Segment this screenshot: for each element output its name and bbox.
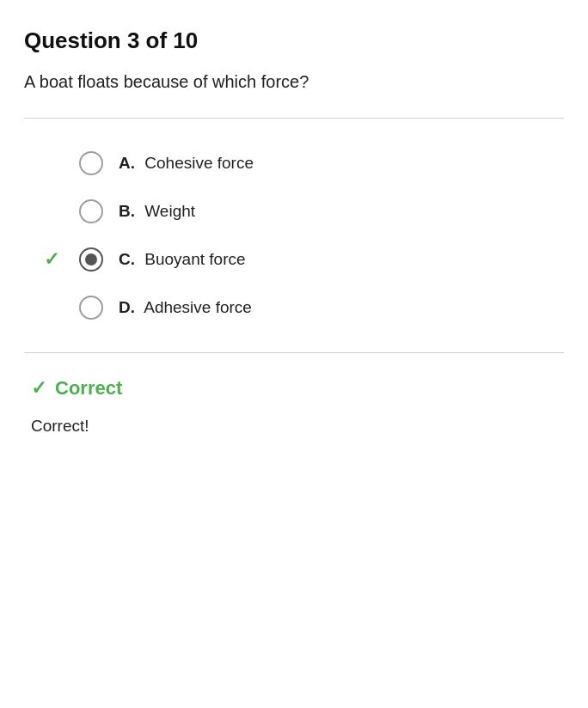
option-c-text: Buoyant force bbox=[144, 250, 245, 268]
option-b-text: Weight bbox=[144, 202, 195, 220]
option-d-label: D. Adhesive force bbox=[119, 296, 252, 320]
correct-check-icon: ✓ bbox=[44, 248, 59, 271]
question-text: A boat floats because of which force? bbox=[24, 70, 564, 94]
radio-b[interactable] bbox=[79, 199, 103, 223]
result-message: Correct! bbox=[31, 417, 557, 436]
result-correct-row: ✓ Correct bbox=[31, 377, 557, 400]
option-c-label: C. Buoyant force bbox=[119, 248, 246, 272]
option-b-label: B. Weight bbox=[119, 200, 195, 223]
bottom-divider bbox=[24, 352, 564, 353]
checkmark-area-c: ✓ bbox=[40, 248, 64, 271]
option-d[interactable]: D. Adhesive force bbox=[33, 284, 555, 332]
question-number: Question 3 of 10 bbox=[24, 27, 564, 54]
result-section: ✓ Correct Correct! bbox=[24, 377, 564, 436]
option-a[interactable]: A. Cohesive force bbox=[33, 139, 555, 187]
option-b[interactable]: B. Weight bbox=[33, 187, 555, 235]
option-d-letter: D. bbox=[119, 298, 135, 316]
radio-d[interactable] bbox=[79, 296, 103, 320]
result-check-icon: ✓ bbox=[31, 377, 46, 400]
options-list: A. Cohesive force B. Weight ✓ C. Buoyant… bbox=[24, 139, 564, 332]
radio-c-inner bbox=[85, 253, 97, 266]
top-divider bbox=[24, 118, 564, 119]
option-b-letter: B. bbox=[119, 202, 135, 220]
option-a-label: A. Cohesive force bbox=[119, 152, 254, 175]
option-c-letter: C. bbox=[119, 250, 135, 268]
option-a-letter: A. bbox=[119, 154, 135, 172]
option-c[interactable]: ✓ C. Buoyant force bbox=[33, 235, 555, 284]
radio-a[interactable] bbox=[79, 151, 103, 175]
radio-c[interactable] bbox=[79, 247, 103, 272]
option-d-text: Adhesive force bbox=[144, 298, 252, 316]
option-a-text: Cohesive force bbox=[144, 154, 254, 172]
result-correct-label: Correct bbox=[55, 377, 122, 400]
